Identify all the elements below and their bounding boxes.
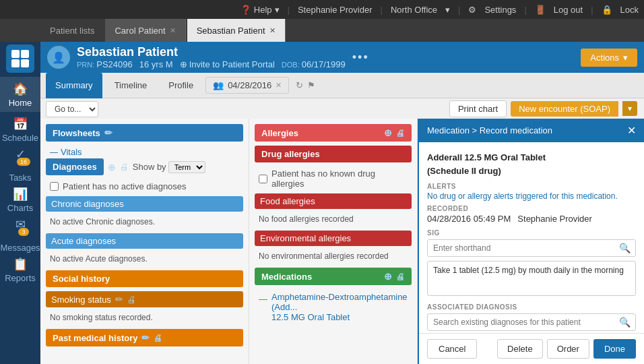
no-active-diagnoses-checkbox[interactable]	[50, 182, 59, 191]
med-dot-icon: —	[259, 294, 267, 304]
medication-record-close[interactable]: ✕	[627, 124, 636, 137]
sidebar-item-tasks[interactable]: ✓ 16 Tasks	[0, 147, 40, 182]
flag-icon[interactable]: ⚑	[307, 80, 315, 90]
tab-profile[interactable]: Profile	[159, 73, 203, 98]
charts-icon: 📊	[13, 187, 28, 202]
allergies-header: Allergies ⊕ 🖨	[255, 124, 412, 142]
past-medical-print-icon[interactable]: 🖨	[154, 333, 162, 343]
patient-header: 👤 Sebastian Patient PRN: PS24096 16 yrs …	[40, 42, 644, 73]
office-chevron: ▾	[445, 5, 450, 15]
actions-button[interactable]: Actions ▾	[581, 49, 637, 67]
diagnoses-print-icon[interactable]: 🖨	[120, 162, 129, 172]
print-chart-button[interactable]: Print chart	[449, 100, 507, 117]
sig-shorthand-input[interactable]	[427, 239, 636, 257]
sig-label: SIG	[427, 229, 636, 237]
encounter-date-badge[interactable]: 👥 04/28/2016 ✕	[205, 77, 289, 94]
env-allergies-header: Environmental allergies	[255, 231, 412, 246]
show-by-select[interactable]: Term	[168, 161, 205, 173]
flowsheets-edit-icon[interactable]: ✏	[104, 127, 112, 138]
done-button[interactable]: Done	[593, 339, 636, 359]
top-bar: ❓ Help ▾ | Stephanie Provider | North Of…	[0, 0, 644, 19]
patient-lists-tab[interactable]: Patient lists	[40, 19, 104, 42]
no-env-text: No environmental allergies recorded	[255, 249, 412, 264]
allergies-print-icon[interactable]: 🖨	[396, 128, 405, 138]
top-actions: Print chart New encounter (SOAP) ▾	[449, 98, 637, 119]
svg-rect-1	[21, 50, 29, 58]
schedule-icon: 📅	[13, 117, 28, 131]
medications-title: Medications	[261, 272, 312, 282]
encounter-badge-close[interactable]: ✕	[276, 81, 282, 90]
assoc-diag-search-icon: 🔍	[619, 317, 631, 328]
allergies-add-icon[interactable]: ⊕	[384, 127, 392, 138]
help-button[interactable]: ❓ Help ▾	[240, 5, 280, 15]
sidebar-item-reports[interactable]: 📋 Reports	[0, 252, 40, 287]
actions-chevron: ▾	[623, 53, 628, 63]
diagnoses-header: Diagnoses ⊕ 🖨 Show by Term	[46, 158, 243, 175]
settings-label[interactable]: Settings	[484, 5, 516, 15]
goto-dropdown[interactable]: Go to...	[46, 101, 98, 117]
office-name: North Office	[391, 5, 437, 15]
sidebar-item-home[interactable]: 🏠 Home	[0, 77, 40, 112]
sub-nav-icons: ↻ ⚑	[296, 80, 315, 90]
diagnoses-add-icon[interactable]: ⊕	[108, 162, 116, 173]
carol-tab-close[interactable]: ✕	[170, 26, 176, 35]
sub-nav: Summary Timeline Profile 👥 04/28/2016 ✕ …	[40, 73, 644, 98]
diagnoses-title: Diagnoses	[46, 158, 104, 175]
tab-timeline[interactable]: Timeline	[105, 73, 157, 98]
svg-rect-3	[21, 59, 29, 67]
logout-label[interactable]: Log out	[554, 5, 583, 15]
smoking-edit-icon[interactable]: ✏	[115, 294, 123, 305]
sebastian-patient-tab[interactable]: Sebastian Patient ✕	[187, 19, 286, 42]
alerts-text: No drug or allergy alerts triggered for …	[427, 191, 636, 201]
drug-allergies-button[interactable]: Drug allergies	[255, 146, 412, 162]
no-active-diagnoses-row: Patient has no active diagnoses	[46, 179, 243, 193]
medications-print-icon[interactable]: 🖨	[396, 272, 405, 282]
sig-shorthand-row: 🔍	[427, 239, 636, 257]
sidebar-item-charts[interactable]: 📊 Charts	[0, 182, 40, 217]
cancel-button[interactable]: Cancel	[427, 339, 477, 359]
no-drug-allergies-checkbox[interactable]	[259, 175, 267, 183]
lock-icon: 🔒	[602, 5, 612, 15]
svg-rect-0	[11, 50, 20, 58]
recorded-text: 04/28/2016 05:49 PM Stephanie Provider	[427, 214, 636, 224]
medication-record-panel: Medication > Record medication ✕ Adderal…	[418, 119, 644, 364]
carol-patient-tab[interactable]: Carol Patient ✕	[105, 19, 185, 42]
smoking-print-icon[interactable]: 🖨	[127, 295, 136, 305]
acute-diagnoses-header: Acute diagnoses	[46, 233, 243, 249]
lock-label[interactable]: Lock	[620, 5, 639, 15]
svg-rect-2	[11, 59, 20, 67]
flowsheets-title: Flowsheets	[53, 128, 100, 138]
refresh-icon[interactable]: ↻	[296, 80, 303, 90]
smoking-status-header: Smoking status ✏ 🖨	[46, 291, 243, 307]
invite-portal-link[interactable]: ⊕ Invite to Patient Portal	[180, 59, 275, 69]
tab-summary[interactable]: Summary	[46, 73, 102, 98]
vitals-link[interactable]: Vitals	[46, 146, 243, 158]
main-content: Flowsheets ✏ Vitals Diagnoses ⊕ 🖨 Show b…	[40, 119, 644, 364]
order-button[interactable]: Order	[547, 339, 589, 359]
more-options-button[interactable]: •••	[352, 51, 369, 65]
assoc-diag-input[interactable]	[427, 313, 636, 331]
no-food-text: No food allergies recorded	[255, 212, 412, 226]
sidebar-item-schedule[interactable]: 📅 Schedule	[0, 112, 40, 147]
patient-name: Sebastian Patient	[77, 45, 346, 59]
medication-item[interactable]: — Amphetamine-Dextroamphetamine (Add... …	[255, 289, 412, 325]
sebastian-tab-close[interactable]: ✕	[269, 26, 276, 35]
patient-info: PRN: PS24096 16 yrs M ⊕ Invite to Patien…	[77, 59, 346, 69]
new-encounter-button[interactable]: New encounter (SOAP)	[511, 101, 618, 117]
sig-textarea[interactable]: Take 1 tablet (12.5 mg) by mouth daily i…	[427, 261, 636, 296]
social-history-title: Social history	[53, 274, 110, 284]
medications-add-icon[interactable]: ⊕	[384, 271, 392, 282]
new-encounter-dropdown-button[interactable]: ▾	[622, 101, 637, 116]
left-panel: Flowsheets ✏ Vitals Diagnoses ⊕ 🖨 Show b…	[40, 119, 249, 364]
alerts-label: ALERTS	[427, 183, 636, 190]
medication-drug-title: Adderall 12.5 MG Oral Tablet (Schedule I…	[427, 150, 636, 177]
logo	[6, 44, 34, 73]
sidebar: 🏠 Home 📅 Schedule ✓ 16 Tasks 📊 Charts ✉ …	[0, 42, 40, 364]
no-acute-text: No active Acute diagnoses.	[46, 251, 243, 266]
sidebar-item-messages[interactable]: ✉ 3 Messages	[0, 217, 40, 252]
assoc-diag-input-row: 🔍	[427, 313, 636, 331]
delete-button[interactable]: Delete	[497, 339, 543, 359]
recorded-label: RECORDED	[427, 205, 636, 212]
flowsheets-header: Flowsheets ✏	[46, 124, 243, 142]
past-medical-edit-icon[interactable]: ✏	[141, 332, 150, 343]
